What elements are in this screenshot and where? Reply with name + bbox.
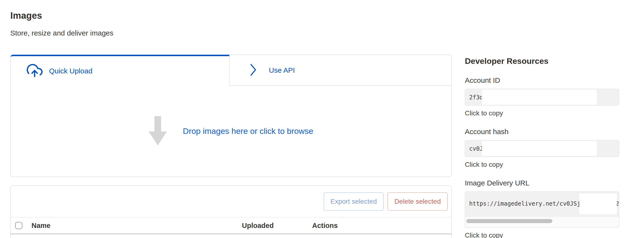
developer-resources-sidebar: Developer Resources Account ID 2f3d Clic…	[465, 0, 619, 238]
select-all-checkbox-cell	[10, 222, 32, 229]
cloud-upload-icon	[26, 64, 44, 78]
delete-selected-button[interactable]: Delete selected	[388, 192, 448, 211]
image-delivery-url-label: Image Delivery URL	[465, 179, 619, 187]
image-delivery-url-field: Image Delivery URL https://imagedelivery…	[465, 179, 619, 238]
tab-use-api-label: Use API	[269, 66, 295, 74]
image-delivery-url-value: https://imagedelivery.net/cv0JSj	[469, 192, 580, 216]
account-hash-field: Account hash cv0J Click to copy	[465, 128, 619, 168]
page-subtitle: Store, resize and deliver images	[10, 28, 452, 38]
account-id-label: Account ID	[465, 76, 619, 85]
redaction-overlay	[579, 194, 617, 214]
list-toolbar: Export selected Delete selected	[10, 186, 452, 217]
column-header-uploaded: Uploaded	[242, 222, 312, 230]
export-selected-button[interactable]: Export selected	[324, 192, 384, 211]
tab-quick-upload-label: Quick Upload	[49, 67, 92, 75]
image-table-header: Name Uploaded Actions	[10, 217, 452, 234]
dropzone-label: Drop images here or click to browse	[183, 126, 313, 136]
page-title: Images	[10, 0, 452, 21]
upload-panel: Quick Upload Use API Drop images here or…	[10, 55, 452, 177]
column-header-actions: Actions	[312, 222, 452, 230]
select-all-checkbox[interactable]	[15, 222, 22, 229]
tab-quick-upload[interactable]: Quick Upload	[10, 55, 230, 86]
account-id-value-box[interactable]: 2f3d	[465, 89, 619, 106]
horizontal-scrollbar-track	[465, 217, 619, 227]
image-list-panel: Export selected Delete selected Name Upl…	[10, 185, 452, 238]
account-hash-value: cv0J	[469, 140, 483, 157]
column-header-name: Name	[32, 222, 242, 230]
account-hash-copy-hint: Click to copy	[465, 161, 619, 168]
sidebar-heading: Developer Resources	[465, 0, 619, 66]
redaction-overlay	[482, 90, 597, 105]
account-hash-value-box[interactable]: cv0J	[465, 140, 619, 157]
chevron-right-icon	[250, 64, 257, 77]
image-delivery-url-value-box[interactable]: https://imagedelivery.net/cv0JSj 2	[465, 191, 619, 228]
horizontal-scrollbar-thumb[interactable]	[466, 219, 552, 223]
upload-tab-row: Quick Upload Use API	[10, 55, 452, 86]
account-id-field: Account ID 2f3d Click to copy	[465, 76, 619, 117]
image-delivery-url-copy-hint: Click to copy	[465, 232, 619, 238]
tab-use-api[interactable]: Use API	[230, 55, 452, 86]
main-content: Images Store, resize and deliver images …	[10, 0, 452, 238]
image-dropzone[interactable]: Drop images here or click to browse	[10, 86, 452, 177]
down-arrow-icon	[148, 116, 167, 146]
account-hash-label: Account hash	[465, 128, 619, 136]
account-id-value: 2f3d	[469, 89, 483, 106]
account-id-copy-hint: Click to copy	[465, 110, 619, 117]
redaction-overlay	[482, 141, 597, 156]
